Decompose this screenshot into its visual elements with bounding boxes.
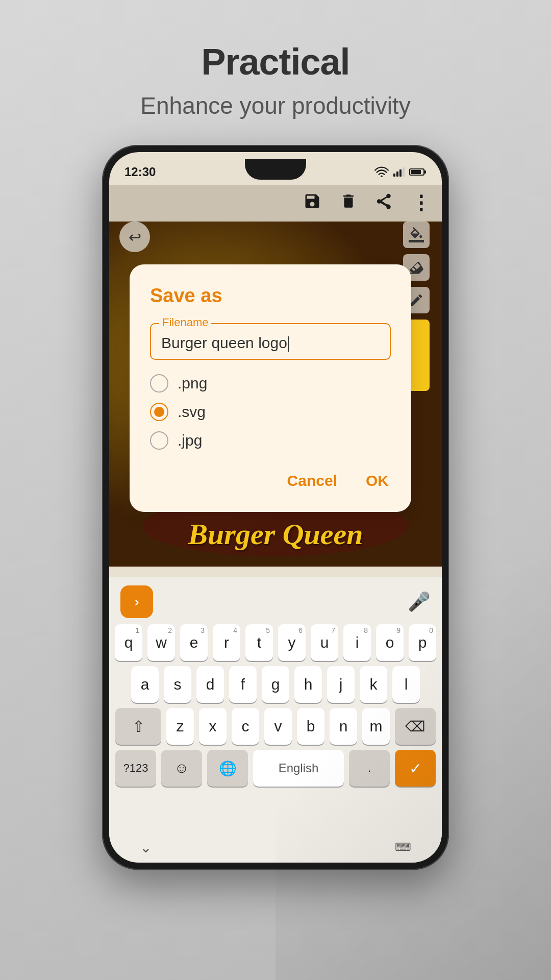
key-v[interactable]: v [264, 708, 292, 745]
key-j[interactable]: j [327, 666, 355, 703]
emoji-key[interactable]: ☺ [161, 750, 202, 787]
format-radio-group: .png .svg .jpg [150, 374, 391, 450]
svg-rect-2 [396, 172, 398, 177]
globe-key[interactable]: 🌐 [207, 750, 248, 787]
undo-button[interactable]: ↩ [119, 222, 150, 252]
key-m[interactable]: m [362, 708, 390, 745]
nav-down-icon[interactable]: ⌄ [140, 839, 152, 856]
svg-rect-3 [399, 169, 402, 177]
page-subtitle: Enhance your productivity [140, 92, 410, 119]
app-toolbar: ⋮ [109, 185, 442, 222]
phone-notch [245, 159, 306, 180]
key-o[interactable]: o9 [376, 624, 404, 661]
canvas-burger-text: Burger Queen [188, 517, 363, 551]
numbers-key[interactable]: ?123 [115, 750, 156, 787]
bottom-nav-bar: ⌄ ⌨ [109, 832, 442, 863]
key-d[interactable]: d [196, 666, 224, 703]
key-y[interactable]: y6 [278, 624, 306, 661]
dialog-buttons: Cancel OK [150, 468, 391, 494]
format-jpg-label: .jpg [178, 432, 202, 449]
key-s[interactable]: s [164, 666, 191, 703]
key-b[interactable]: b [297, 708, 324, 745]
keyboard-collapse-button[interactable]: › [120, 585, 153, 618]
phone-frame: 12:30 [102, 145, 449, 870]
space-key[interactable]: English [253, 750, 344, 787]
wifi-icon [374, 166, 389, 178]
key-x[interactable]: x [199, 708, 227, 745]
format-svg-label: .svg [178, 403, 206, 421]
save-dialog: Save as Filename Burger queen logo .png [130, 264, 411, 512]
page-title: Practical [201, 41, 349, 83]
filename-field-wrapper: Filename Burger queen logo [150, 323, 391, 360]
key-t[interactable]: t5 [245, 624, 273, 661]
format-svg-option[interactable]: .svg [150, 403, 391, 421]
key-r[interactable]: r4 [213, 624, 240, 661]
radio-svg-fill [154, 407, 164, 417]
keyboard-toolbar: › 🎤 [115, 585, 436, 618]
filename-input[interactable]: Burger queen logo [161, 334, 380, 352]
radio-jpg [150, 431, 168, 450]
save-toolbar-icon[interactable] [303, 192, 321, 214]
fill-tool[interactable] [403, 222, 430, 248]
key-h[interactable]: h [294, 666, 322, 703]
phone-screen: 12:30 [109, 152, 442, 863]
svg-rect-6 [424, 170, 426, 174]
microphone-icon[interactable]: 🎤 [408, 591, 431, 612]
svg-rect-7 [411, 170, 421, 174]
status-time: 12:30 [124, 165, 156, 179]
shift-key[interactable]: ⇧ [115, 708, 161, 745]
key-w[interactable]: w2 [147, 624, 175, 661]
keyboard-row-2: a s d f g h j k l [115, 666, 436, 703]
key-p[interactable]: p0 [409, 624, 436, 661]
keyboard-row-4: ?123 ☺ 🌐 English . ✓ [115, 750, 436, 787]
key-z[interactable]: z [166, 708, 194, 745]
backspace-key[interactable]: ⌫ [395, 708, 436, 745]
key-c[interactable]: c [232, 708, 259, 745]
delete-toolbar-icon[interactable] [340, 192, 357, 214]
key-e[interactable]: e3 [180, 624, 208, 661]
keyboard: › 🎤 q1 w2 e3 r4 t5 y6 u7 i8 o9 p0 a s d [109, 577, 442, 863]
svg-rect-4 [403, 167, 405, 177]
key-a[interactable]: a [131, 666, 159, 703]
cancel-button[interactable]: Cancel [285, 468, 339, 494]
signal-icon [393, 166, 405, 178]
key-f[interactable]: f [229, 666, 257, 703]
keyboard-row-3: ⇧ z x c v b n m ⌫ [115, 708, 436, 745]
format-jpg-option[interactable]: .jpg [150, 431, 391, 450]
status-icons [374, 166, 427, 178]
enter-key[interactable]: ✓ [395, 750, 436, 787]
dialog-title: Save as [150, 285, 391, 307]
period-key[interactable]: . [349, 750, 390, 787]
nav-keyboard-icon[interactable]: ⌨ [395, 841, 411, 854]
format-png-label: .png [178, 375, 207, 392]
svg-point-0 [381, 175, 383, 177]
more-toolbar-icon[interactable]: ⋮ [411, 192, 430, 214]
key-q[interactable]: q1 [115, 624, 142, 661]
key-l[interactable]: l [392, 666, 420, 703]
keyboard-row-1: q1 w2 e3 r4 t5 y6 u7 i8 o9 p0 [115, 624, 436, 661]
filename-label: Filename [159, 316, 211, 329]
key-i[interactable]: i8 [343, 624, 371, 661]
ok-button[interactable]: OK [364, 468, 391, 494]
key-k[interactable]: k [360, 666, 387, 703]
battery-icon [409, 167, 427, 177]
key-u[interactable]: u7 [311, 624, 338, 661]
radio-png [150, 374, 168, 393]
key-g[interactable]: g [262, 666, 289, 703]
key-n[interactable]: n [330, 708, 357, 745]
format-png-option[interactable]: .png [150, 374, 391, 393]
share-toolbar-icon[interactable] [375, 192, 393, 214]
radio-svg [150, 403, 168, 421]
svg-rect-1 [393, 174, 395, 177]
